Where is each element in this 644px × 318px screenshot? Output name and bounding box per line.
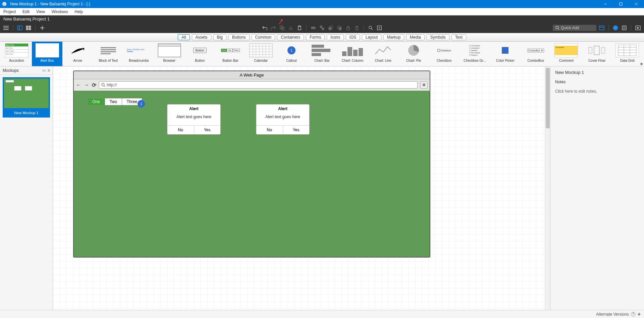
filter-symbols[interactable]: Symbols	[427, 34, 449, 40]
ribbon-item-datagrid[interactable]: Data Grid	[612, 42, 643, 66]
menu-view[interactable]: View	[33, 8, 48, 15]
notes-list-icon[interactable]	[621, 25, 628, 31]
button-bar[interactable]: OneTwoThree	[87, 98, 142, 105]
menu-help[interactable]: Help	[71, 8, 87, 15]
alert-title: Alert	[167, 104, 220, 113]
ribbon-item-combo[interactable]: ComboBox ▼ComboBox	[521, 42, 551, 66]
alert-no-button[interactable]: No	[167, 126, 194, 134]
ribbon-item-accordion[interactable]: Item OneItem TwoItem ThreeItem FourAccor…	[1, 42, 32, 66]
browser-url-input[interactable]: http://	[99, 81, 418, 89]
mockup-thumbnail[interactable]: New Mockup 1	[3, 77, 50, 118]
info-icon[interactable]: i	[612, 25, 619, 31]
browser-menu-icon[interactable]: ≡	[420, 81, 428, 89]
browser-forward-icon[interactable]: →	[84, 82, 89, 88]
ribbon-label: Button	[185, 59, 214, 62]
ribbon-item-alert[interactable]: AlertAlert text goes hereAlert Box	[32, 42, 62, 66]
filter-markup[interactable]: Markup	[383, 34, 404, 40]
filter-forms[interactable]: Forms	[306, 34, 325, 40]
filter-ios[interactable]: iOS	[346, 34, 360, 40]
alert-no-button[interactable]: No	[256, 126, 283, 134]
quick-add-input[interactable]: Quick Add	[553, 25, 596, 31]
panel-menu-icon[interactable]: ≡	[48, 68, 50, 73]
ribbon-item-breadcrumbs[interactable]: Home › Products › Xyz › FeatureBreadcrum…	[123, 42, 154, 66]
alert-yes-button[interactable]: Yes	[194, 126, 221, 134]
filter-containers[interactable]: Containers	[277, 34, 304, 40]
notes-editor[interactable]: Click here to edit notes.	[555, 89, 639, 94]
ribbon-item-colorpicker[interactable]: Color Picker	[490, 42, 521, 66]
menu-edit[interactable]: Edit	[19, 8, 33, 15]
svg-rect-26	[311, 27, 313, 29]
redo-icon[interactable]	[270, 25, 277, 31]
delete-icon[interactable]	[354, 25, 360, 31]
browser-back-icon[interactable]: ←	[76, 82, 81, 88]
svg-rect-25	[299, 26, 300, 27]
button-bar-seg-one[interactable]: One	[88, 98, 105, 105]
button-bar-seg-two[interactable]: Two	[105, 98, 122, 105]
ribbon-item-arrow[interactable]: Arrow	[62, 42, 93, 66]
filter-common[interactable]: Common	[252, 34, 275, 40]
help-icon[interactable]: ?	[631, 312, 636, 317]
ribbon-item-chartpie[interactable]: Chart: Pie	[398, 42, 429, 66]
ribbon-item-calendar[interactable]: Calendar	[246, 42, 276, 66]
ungroup-icon[interactable]	[319, 25, 325, 31]
ribbon-item-block[interactable]: Block of Text	[93, 42, 123, 66]
zoom-icon[interactable]	[367, 25, 374, 31]
ribbon-item-checkbox[interactable]: CheckboxCheckbox	[429, 42, 460, 66]
svg-rect-15	[29, 28, 31, 30]
zoom-fit-icon[interactable]	[376, 25, 383, 31]
view-single-icon[interactable]	[16, 25, 23, 31]
ribbon-item-checkboxgr[interactable]: ☑ sel checked☐ unchecked☐ disabled☑ dis …	[460, 42, 490, 66]
filter-media[interactable]: Media	[406, 34, 425, 40]
hamburger-icon[interactable]	[3, 25, 9, 31]
add-version-icon[interactable]: +	[638, 311, 641, 317]
filter-icons[interactable]: Icons	[327, 34, 344, 40]
ribbon-item-chartbar[interactable]: Chart: Bar	[307, 42, 337, 66]
filter-all[interactable]: All	[178, 34, 190, 40]
add-mockup-icon[interactable]	[39, 25, 46, 31]
bring-front-icon[interactable]	[327, 25, 334, 31]
svg-rect-11	[19, 26, 22, 30]
view-grid-icon[interactable]	[25, 25, 32, 31]
filter-big[interactable]: Big	[213, 34, 226, 40]
callout[interactable]: 1	[138, 100, 145, 107]
ribbon-item-chartline[interactable]: Chart: Line	[368, 42, 398, 66]
undo-icon[interactable]	[261, 25, 268, 31]
menu-project[interactable]: Project	[0, 8, 19, 15]
group-icon[interactable]	[310, 25, 317, 31]
alert-box-2[interactable]: Alert Alert text goes here No Yes	[256, 104, 310, 135]
panel-layout-icon[interactable]: ▭	[42, 68, 46, 73]
ribbon-item-comment[interactable]: A commentComment	[551, 42, 582, 66]
ribbon-item-chartcol[interactable]: Chart: Column	[337, 42, 368, 66]
fullscreen-present-icon[interactable]	[635, 25, 641, 31]
browser-reload-icon[interactable]: ⟳	[92, 82, 96, 88]
filter-buttons[interactable]: Buttons	[228, 34, 250, 40]
maximize-button[interactable]	[613, 0, 629, 8]
filter-text[interactable]: Text	[451, 34, 466, 40]
toggle-library-icon[interactable]	[598, 25, 605, 31]
filter-layout[interactable]: Layout	[362, 34, 381, 40]
ribbon-item-coverflow[interactable]: Cover Flow	[582, 42, 612, 66]
lock-icon[interactable]	[345, 25, 352, 31]
alternate-versions-label[interactable]: Alternate Versions	[596, 312, 629, 317]
svg-rect-58	[594, 46, 599, 55]
alert-yes-button[interactable]: Yes	[283, 126, 310, 134]
search-icon	[101, 83, 105, 87]
minimize-button[interactable]	[598, 0, 613, 8]
alert-box-1[interactable]: Alert Alert text goes here No Yes	[167, 104, 221, 135]
ribbon-item-browser[interactable]: Browser	[154, 42, 184, 66]
ribbon-item-button[interactable]: ButtonButton	[184, 42, 215, 66]
canvas[interactable]: A Web Page ← → ⟳ http:// ≡ OneTwoThree 1…	[53, 66, 550, 310]
send-back-icon[interactable]	[336, 25, 343, 31]
canvas-scrollbar[interactable]	[545, 66, 550, 310]
paste-icon[interactable]	[296, 25, 303, 31]
svg-point-21	[291, 29, 292, 30]
menu-windows[interactable]: Windows	[48, 8, 71, 15]
copy-icon[interactable]	[279, 25, 285, 31]
cut-icon[interactable]	[287, 25, 294, 31]
browser-mockup[interactable]: A Web Page ← → ⟳ http:// ≡ OneTwoThree 1…	[73, 71, 430, 258]
ribbon-item-buttonbar[interactable]: OneTwoThreeButton Bar	[215, 42, 246, 66]
filter-assets[interactable]: Assets	[192, 34, 211, 40]
ribbon-item-callout[interactable]: 1Callout	[276, 42, 307, 66]
close-button[interactable]	[629, 0, 644, 8]
ribbon-scroll-right-icon[interactable]: ▶	[641, 62, 643, 65]
